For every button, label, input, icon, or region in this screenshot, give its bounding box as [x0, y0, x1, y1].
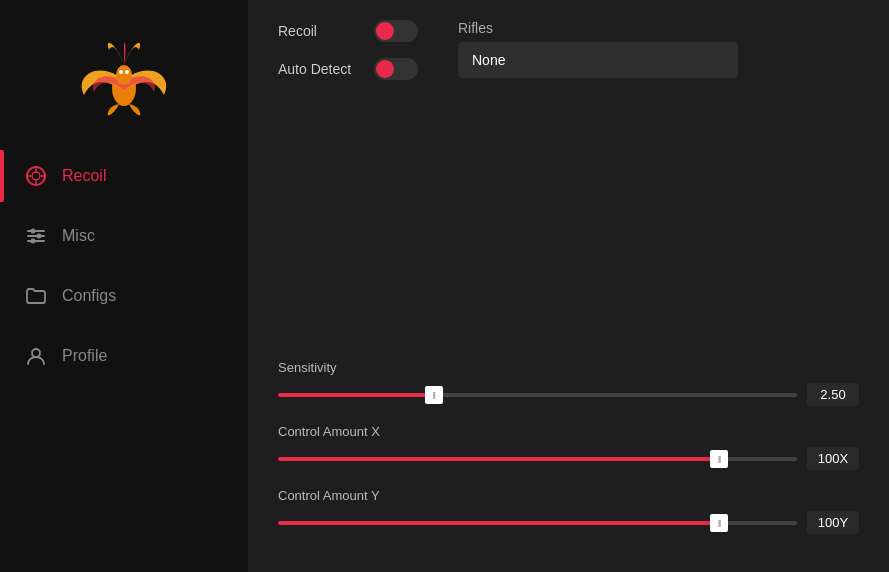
sidebar-item-label-configs: Configs [62, 287, 116, 305]
nav-items: Recoil Misc Con [0, 150, 248, 382]
svg-point-5 [32, 172, 40, 180]
rifles-dropdown[interactable]: None [458, 42, 738, 78]
sensitivity-value: 2.50 [807, 383, 859, 406]
control-y-slider-row: Control Amount Y 100Y [278, 488, 859, 534]
control-y-thumb[interactable] [710, 514, 728, 532]
auto-detect-toggle-label: Auto Detect [278, 61, 358, 77]
user-icon [24, 344, 48, 368]
sidebar: Recoil Misc Con [0, 0, 248, 572]
toggles-column: Recoil Auto Detect [278, 20, 418, 96]
control-x-value: 100X [807, 447, 859, 470]
recoil-toggle-knob [376, 22, 394, 40]
svg-point-13 [31, 229, 36, 234]
spacer [278, 106, 859, 340]
control-y-value: 100Y [807, 511, 859, 534]
auto-detect-toggle-knob [376, 60, 394, 78]
svg-point-2 [119, 70, 123, 74]
sliders-icon [24, 224, 48, 248]
control-y-slider-container: 100Y [278, 511, 859, 534]
crosshair-icon [24, 164, 48, 188]
auto-detect-toggle-row: Auto Detect [278, 58, 418, 80]
control-x-label: Control Amount X [278, 424, 859, 439]
control-x-slider-container: 100X [278, 447, 859, 470]
svg-point-1 [116, 65, 132, 85]
recoil-toggle[interactable] [374, 20, 418, 42]
recoil-toggle-label: Recoil [278, 23, 358, 39]
control-x-track[interactable] [278, 457, 797, 461]
svg-point-14 [37, 234, 42, 239]
sensitivity-slider-container: 2.50 [278, 383, 859, 406]
sidebar-item-misc[interactable]: Misc [0, 210, 248, 262]
control-y-label: Control Amount Y [278, 488, 859, 503]
svg-point-15 [31, 239, 36, 244]
sidebar-item-profile[interactable]: Profile [0, 330, 248, 382]
logo-icon [69, 20, 179, 120]
folder-icon [24, 284, 48, 308]
recoil-toggle-row: Recoil [278, 20, 418, 42]
svg-point-16 [32, 349, 40, 357]
control-y-track[interactable] [278, 521, 797, 525]
sidebar-item-recoil[interactable]: Recoil [0, 150, 248, 202]
sensitivity-thumb[interactable] [425, 386, 443, 404]
logo-area [0, 20, 248, 120]
rifles-header: Rifles [458, 20, 738, 36]
main-content: Recoil Auto Detect Rifles None [248, 0, 889, 572]
rifles-option-none[interactable]: None [458, 42, 738, 78]
sliders-section: Sensitivity 2.50 Control Amount X 100X C… [278, 340, 859, 552]
sensitivity-slider-row: Sensitivity 2.50 [278, 360, 859, 406]
sensitivity-label: Sensitivity [278, 360, 859, 375]
sidebar-item-label-recoil: Recoil [62, 167, 106, 185]
sidebar-item-label-misc: Misc [62, 227, 95, 245]
control-x-slider-row: Control Amount X 100X [278, 424, 859, 470]
top-area: Recoil Auto Detect Rifles None [278, 20, 859, 96]
auto-detect-toggle[interactable] [374, 58, 418, 80]
sensitivity-track[interactable] [278, 393, 797, 397]
control-x-thumb[interactable] [710, 450, 728, 468]
rifles-column: Rifles None [458, 20, 738, 96]
svg-point-3 [125, 70, 129, 74]
sidebar-item-label-profile: Profile [62, 347, 107, 365]
sidebar-item-configs[interactable]: Configs [0, 270, 248, 322]
